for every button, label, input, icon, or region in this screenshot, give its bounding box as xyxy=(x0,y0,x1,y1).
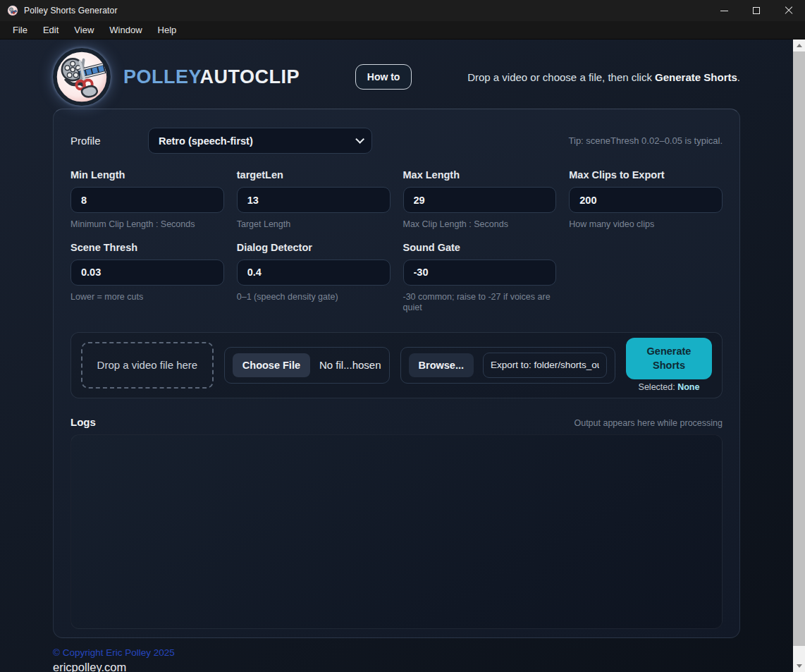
field-max-clips: Max Clips to Export How many video clips xyxy=(569,169,723,231)
selected-status: Selected: None xyxy=(639,382,700,392)
vertical-scrollbar[interactable] xyxy=(793,39,805,672)
app-logo-icon xyxy=(7,5,18,16)
copyright-text: © Copyright Eric Polley 2025 xyxy=(53,647,740,658)
profile-selected-option: Retro (speech-first) xyxy=(159,135,253,147)
max-length-input[interactable] xyxy=(403,187,557,213)
scroll-up-button[interactable] xyxy=(793,39,805,51)
field-label: Sound Gate xyxy=(403,242,557,253)
field-help: Max Clip Length : Seconds xyxy=(403,219,557,231)
sound-gate-input[interactable] xyxy=(403,259,557,286)
field-label: Dialog Detector xyxy=(237,242,391,253)
field-dialog-detector: Dialog Detector 0–1 (speech density gate… xyxy=(237,242,391,314)
export-folder-group: Browse... xyxy=(400,347,615,384)
field-max-length: Max Length Max Clip Length : Seconds xyxy=(403,169,557,231)
field-target-len: targetLen Target Length xyxy=(237,169,391,231)
export-folder-input[interactable] xyxy=(483,353,607,378)
website-link[interactable]: ericpolley.com xyxy=(53,661,740,672)
video-dropzone[interactable]: Drop a video file here xyxy=(81,342,214,389)
menu-help[interactable]: Help xyxy=(151,23,184,37)
header-instruction: Drop a video or choose a file, then clic… xyxy=(467,71,740,83)
minimize-icon xyxy=(720,11,728,11)
field-help: Target Length xyxy=(237,219,391,231)
scene-thresh-input[interactable] xyxy=(70,259,224,286)
maximize-icon xyxy=(753,7,760,14)
app-logo xyxy=(53,48,111,106)
field-label: Min Length xyxy=(70,169,224,181)
fields-grid: Min Length Minimum Clip Length : Seconds… xyxy=(70,169,723,314)
arrow-up-icon xyxy=(797,44,802,47)
field-label: Scene Thresh xyxy=(70,242,224,253)
instruction-suffix: . xyxy=(737,71,740,83)
field-help: Minimum Clip Length : Seconds xyxy=(70,219,224,231)
menu-view[interactable]: View xyxy=(67,23,101,37)
header: POLLEYAUTOCLIP How to Drop a video or ch… xyxy=(53,48,740,106)
app-window: Polley Shorts Generator File Edit View W… xyxy=(0,0,805,672)
max-clips-input[interactable] xyxy=(569,187,723,213)
no-file-chosen-text: No fil...hosen xyxy=(319,359,381,371)
settings-card: Profile Retro (speech-first) Tip: sceneT… xyxy=(53,109,740,638)
choose-file-button[interactable]: Choose File xyxy=(233,353,310,377)
brand-autoclip: AUTOCLIP xyxy=(200,66,300,87)
min-length-input[interactable] xyxy=(70,187,224,213)
generate-area: Generate Shorts Selected: None xyxy=(626,338,712,392)
browse-button[interactable]: Browse... xyxy=(409,353,474,377)
profile-select[interactable]: Retro (speech-first) xyxy=(148,128,372,154)
field-min-length: Min Length Minimum Clip Length : Seconds xyxy=(70,169,224,231)
logs-output-panel xyxy=(70,434,723,629)
target-len-input[interactable] xyxy=(237,187,391,213)
close-icon xyxy=(785,6,793,15)
field-help: Lower = more cuts xyxy=(70,292,224,303)
selected-prefix: Selected: xyxy=(639,382,678,392)
selected-value: None xyxy=(677,382,699,392)
dialog-detector-input[interactable] xyxy=(237,259,391,286)
file-actions-row: Drop a video file here Choose File No fi… xyxy=(70,332,723,398)
profile-row: Profile Retro (speech-first) Tip: sceneT… xyxy=(70,128,723,154)
profile-label: Profile xyxy=(70,135,148,147)
generate-shorts-button[interactable]: Generate Shorts xyxy=(626,338,712,379)
menubar: File Edit View Window Help xyxy=(0,21,805,39)
window-title: Polley Shorts Generator xyxy=(24,6,118,16)
titlebar: Polley Shorts Generator xyxy=(0,0,805,21)
menu-file[interactable]: File xyxy=(6,23,35,37)
how-to-button[interactable]: How to xyxy=(355,64,412,90)
minimize-button[interactable] xyxy=(708,0,740,21)
close-button[interactable] xyxy=(773,0,805,21)
scroll-down-button[interactable] xyxy=(793,660,805,672)
logs-label: Logs xyxy=(70,416,96,428)
instruction-bold: Generate Shorts xyxy=(655,71,737,83)
brand-polley: POLLEY xyxy=(123,66,200,87)
main-content: POLLEYAUTOCLIP How to Drop a video or ch… xyxy=(0,39,793,672)
chevron-down-icon xyxy=(355,135,364,144)
field-scene-thresh: Scene Thresh Lower = more cuts xyxy=(70,242,224,314)
maximize-button[interactable] xyxy=(740,0,773,21)
file-picker-group: Choose File No fil...hosen xyxy=(224,347,390,384)
menu-window[interactable]: Window xyxy=(102,23,149,37)
logs-header: Logs Output appears here while processin… xyxy=(70,416,723,428)
menu-edit[interactable]: Edit xyxy=(36,23,66,37)
brand-title: POLLEYAUTOCLIP xyxy=(123,66,300,88)
logs-hint: Output appears here while processing xyxy=(574,418,723,428)
field-label: Max Clips to Export xyxy=(569,169,723,181)
footer: © Copyright Eric Polley 2025 ericpolley.… xyxy=(53,647,740,672)
scrollbar-thumb[interactable] xyxy=(793,51,805,646)
field-sound-gate: Sound Gate -30 common; raise to -27 if v… xyxy=(403,242,557,314)
field-help: How many video clips xyxy=(569,219,723,231)
instruction-prefix: Drop a video or choose a file, then clic… xyxy=(467,71,655,83)
scrollbar-track[interactable] xyxy=(793,51,805,660)
field-label: targetLen xyxy=(237,169,391,181)
field-help: 0–1 (speech density gate) xyxy=(237,292,391,303)
field-label: Max Length xyxy=(403,169,557,181)
field-help: -30 common; raise to -27 if voices are q… xyxy=(403,292,557,314)
scene-thresh-tip: Tip: sceneThresh 0.02–0.05 is typical. xyxy=(569,135,723,146)
arrow-down-icon xyxy=(797,664,802,668)
